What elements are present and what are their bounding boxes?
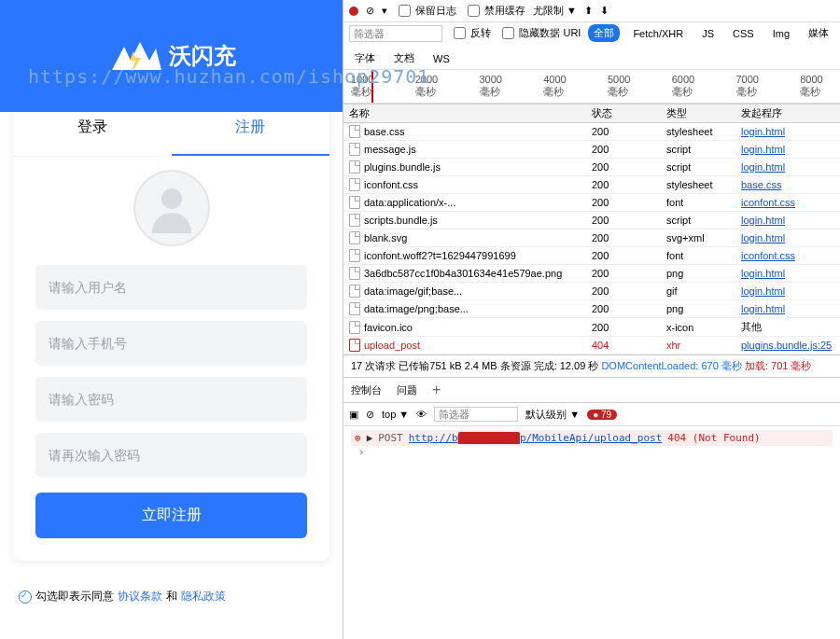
agree-and: 和 (166, 589, 177, 604)
eye-icon[interactable]: 👁 (416, 409, 427, 420)
col-type[interactable]: 类型 (666, 106, 741, 120)
tab-issues[interactable]: 问题 (397, 383, 417, 397)
agree-prefix: 勾选即表示同意 (35, 589, 114, 604)
download-icon[interactable]: ⬇ (600, 5, 609, 17)
terms-link[interactable]: 协议条款 (118, 589, 162, 604)
network-row[interactable]: plugins.bundle.js200scriptlogin.html (343, 159, 840, 176)
level-select[interactable]: 默认级别 ▼ (525, 408, 580, 422)
file-icon (349, 321, 360, 334)
invert-check[interactable]: 反转 (450, 24, 491, 42)
file-icon (349, 267, 360, 280)
filter-toolbar: 反转 隐藏数据 URI 全部 Fetch/XHR JS CSS Img 媒体 字… (343, 22, 840, 70)
network-summary: 17 次请求 已传输751 kB 2.4 MB 条资源 完成: 12.09 秒 … (343, 354, 840, 378)
preserve-log[interactable]: 保留日志 (395, 2, 456, 20)
col-initiator[interactable]: 发起程序 (741, 106, 834, 120)
banner: 沃闪充 (0, 0, 343, 112)
network-row[interactable]: favicon.ico200x-icon其他 (343, 318, 840, 337)
type-img[interactable]: Img (767, 26, 795, 41)
disable-cache[interactable]: 禁用缓存 (464, 2, 525, 20)
clear-icon[interactable]: ⊘ (366, 5, 374, 17)
file-icon (349, 214, 360, 227)
network-row[interactable]: 3a6dbc587cc1f0b4a301634e41e579ae.png200p… (343, 265, 840, 283)
console-tabs: 控制台 问题 + (343, 378, 840, 403)
privacy-link[interactable]: 隐私政策 (181, 589, 226, 604)
filter-icon[interactable]: ▾ (382, 5, 387, 17)
type-font[interactable]: 字体 (349, 49, 381, 67)
type-css[interactable]: CSS (727, 26, 760, 41)
file-icon (349, 231, 360, 244)
add-tab-icon[interactable]: + (432, 382, 441, 398)
avatar-placeholder[interactable] (133, 170, 210, 246)
col-status[interactable]: 状态 (592, 106, 666, 120)
error-count[interactable]: ● 79 (587, 410, 617, 420)
file-icon (349, 302, 360, 315)
console-error-line[interactable]: ⊗ ▶ POST http://b▆▆▆▆▆▆▆▆▆▆p/MobileApi/u… (351, 430, 833, 446)
network-row[interactable]: iconfont.css200stylesheetbase.css (343, 176, 840, 194)
type-doc[interactable]: 文档 (388, 49, 420, 67)
network-row[interactable]: message.js200scriptlogin.html (343, 141, 840, 159)
password-input[interactable] (35, 377, 307, 422)
logo: 沃闪充 (107, 37, 236, 75)
file-icon (349, 339, 360, 352)
hide-data-check[interactable]: 隐藏数据 URI (498, 24, 581, 42)
type-xhr[interactable]: Fetch/XHR (627, 26, 689, 41)
network-row[interactable]: upload_post404xhrplugins.bundle.js:25 (343, 337, 840, 354)
sidebar-icon[interactable]: ▣ (349, 409, 358, 421)
network-row[interactable]: data:image/gif;base...200giflogin.html (343, 283, 840, 300)
timeline[interactable]: 1000 毫秒 2000 毫秒 3000 毫秒 4000 毫秒 5000 毫秒 … (343, 70, 840, 104)
network-row[interactable]: data:image/png;base...200pnglogin.html (343, 300, 840, 318)
tab-console[interactable]: 控制台 (351, 383, 382, 397)
check-icon[interactable] (19, 590, 32, 604)
error-icon: ⊗ (355, 432, 361, 444)
type-all[interactable]: 全部 (588, 24, 620, 42)
network-row[interactable]: iconfont.woff2?t=1629447991699200fontico… (343, 247, 840, 265)
console-filter[interactable] (434, 407, 518, 422)
type-js[interactable]: JS (696, 26, 720, 41)
type-ws[interactable]: WS (427, 51, 455, 66)
file-icon (349, 143, 360, 156)
file-icon (349, 196, 360, 209)
record-icon[interactable] (349, 7, 358, 16)
logo-icon (107, 37, 163, 75)
file-icon (349, 125, 360, 138)
username-input[interactable] (35, 265, 307, 310)
logo-text: 沃闪充 (169, 41, 236, 71)
phone-input[interactable] (35, 321, 307, 366)
register-card: 登录 注册 立即注册 (13, 101, 329, 561)
col-name[interactable]: 名称 (349, 106, 592, 120)
network-table: 名称 状态 类型 发起程序 base.css200stylesheetlogin… (343, 104, 840, 354)
console-prompt[interactable]: › (351, 446, 833, 458)
password-confirm-input[interactable] (35, 433, 307, 478)
file-icon (349, 285, 360, 298)
network-row[interactable]: scripts.bundle.js200scriptlogin.html (343, 212, 840, 229)
network-row[interactable]: data:application/x-...200fonticonfont.cs… (343, 194, 840, 212)
error-url[interactable]: http://b▆▆▆▆▆▆▆▆▆▆p/MobileApi/upload_pos… (409, 432, 663, 444)
context-select[interactable]: top ▼ (382, 409, 409, 420)
console-toolbar: ▣ ⊘ top ▼ 👁 默认级别 ▼ ● 79 (343, 403, 840, 426)
devtools-panel: ⊘ ▾ 保留日志 禁用缓存 尤限制 ▼ ⬆ ⬇ 反转 隐藏数据 URI 全部 F… (343, 0, 840, 639)
console-body: ⊗ ▶ POST http://b▆▆▆▆▆▆▆▆▆▆p/MobileApi/u… (343, 426, 840, 639)
devtools-top-toolbar: ⊘ ▾ 保留日志 禁用缓存 尤限制 ▼ ⬆ ⬇ (343, 0, 840, 22)
agreement-row: 勾选即表示同意 协议条款 和 隐私政策 (19, 589, 324, 604)
file-icon (349, 178, 360, 191)
mobile-preview: 沃闪充 https://www.huzhan.com/ishop29701 登录… (0, 0, 343, 639)
clear-console-icon[interactable]: ⊘ (366, 409, 374, 421)
type-media[interactable]: 媒体 (803, 24, 834, 42)
expand-icon[interactable]: ▶ (367, 432, 373, 444)
network-row[interactable]: blank.svg200svg+xmllogin.html (343, 229, 840, 247)
network-row[interactable]: base.css200stylesheetlogin.html (343, 123, 840, 141)
upload-icon[interactable]: ⬆ (584, 5, 593, 17)
throttle-select[interactable]: 尤限制 ▼ (533, 4, 577, 18)
register-button[interactable]: 立即注册 (35, 493, 307, 538)
filter-input[interactable] (349, 25, 442, 42)
file-icon (349, 160, 360, 174)
file-icon (349, 249, 360, 262)
